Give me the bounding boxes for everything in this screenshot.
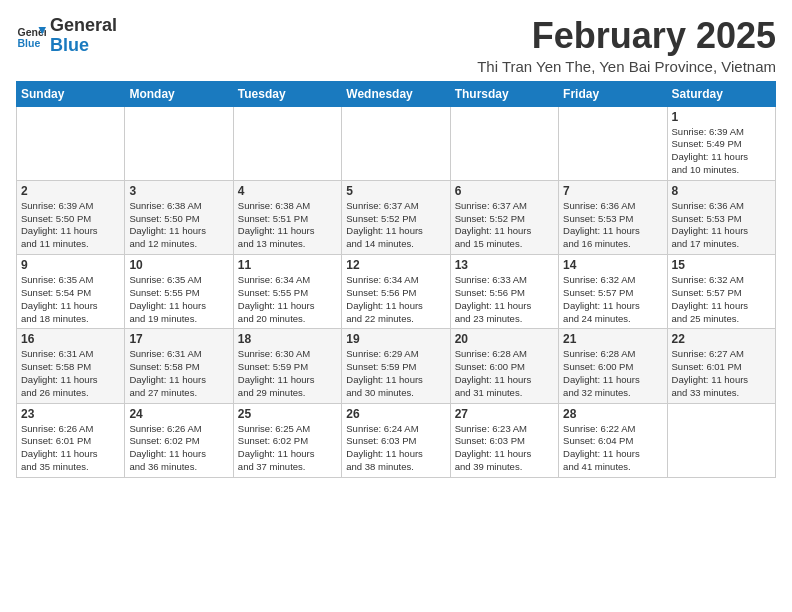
calendar-cell: 23Sunrise: 6:26 AM Sunset: 6:01 PM Dayli… [17, 403, 125, 477]
calendar-cell: 5Sunrise: 6:37 AM Sunset: 5:52 PM Daylig… [342, 180, 450, 254]
weekday-header-monday: Monday [125, 81, 233, 106]
calendar-cell: 16Sunrise: 6:31 AM Sunset: 5:58 PM Dayli… [17, 329, 125, 403]
day-info: Sunrise: 6:29 AM Sunset: 5:59 PM Dayligh… [346, 348, 445, 399]
calendar-cell: 8Sunrise: 6:36 AM Sunset: 5:53 PM Daylig… [667, 180, 775, 254]
day-info: Sunrise: 6:36 AM Sunset: 5:53 PM Dayligh… [672, 200, 771, 251]
calendar-cell: 12Sunrise: 6:34 AM Sunset: 5:56 PM Dayli… [342, 255, 450, 329]
day-number: 9 [21, 258, 120, 272]
logo-icon: General Blue [16, 21, 46, 51]
day-info: Sunrise: 6:32 AM Sunset: 5:57 PM Dayligh… [672, 274, 771, 325]
calendar-week-row: 16Sunrise: 6:31 AM Sunset: 5:58 PM Dayli… [17, 329, 776, 403]
day-number: 19 [346, 332, 445, 346]
day-number: 16 [21, 332, 120, 346]
calendar-cell: 21Sunrise: 6:28 AM Sunset: 6:00 PM Dayli… [559, 329, 667, 403]
title-block: February 2025 Thi Tran Yen The, Yen Bai … [477, 16, 776, 75]
day-info: Sunrise: 6:23 AM Sunset: 6:03 PM Dayligh… [455, 423, 554, 474]
day-info: Sunrise: 6:28 AM Sunset: 6:00 PM Dayligh… [563, 348, 662, 399]
weekday-header-wednesday: Wednesday [342, 81, 450, 106]
day-info: Sunrise: 6:31 AM Sunset: 5:58 PM Dayligh… [21, 348, 120, 399]
day-number: 6 [455, 184, 554, 198]
day-number: 4 [238, 184, 337, 198]
day-number: 23 [21, 407, 120, 421]
day-info: Sunrise: 6:30 AM Sunset: 5:59 PM Dayligh… [238, 348, 337, 399]
day-number: 18 [238, 332, 337, 346]
calendar-cell: 25Sunrise: 6:25 AM Sunset: 6:02 PM Dayli… [233, 403, 341, 477]
calendar-cell: 27Sunrise: 6:23 AM Sunset: 6:03 PM Dayli… [450, 403, 558, 477]
day-info: Sunrise: 6:24 AM Sunset: 6:03 PM Dayligh… [346, 423, 445, 474]
calendar-cell: 28Sunrise: 6:22 AM Sunset: 6:04 PM Dayli… [559, 403, 667, 477]
day-info: Sunrise: 6:37 AM Sunset: 5:52 PM Dayligh… [346, 200, 445, 251]
calendar-cell: 6Sunrise: 6:37 AM Sunset: 5:52 PM Daylig… [450, 180, 558, 254]
page-header: General Blue GeneralBlue February 2025 T… [16, 16, 776, 75]
day-number: 22 [672, 332, 771, 346]
day-info: Sunrise: 6:26 AM Sunset: 6:02 PM Dayligh… [129, 423, 228, 474]
calendar-cell: 1Sunrise: 6:39 AM Sunset: 5:49 PM Daylig… [667, 106, 775, 180]
calendar-cell: 13Sunrise: 6:33 AM Sunset: 5:56 PM Dayli… [450, 255, 558, 329]
logo: General Blue GeneralBlue [16, 16, 117, 56]
day-info: Sunrise: 6:31 AM Sunset: 5:58 PM Dayligh… [129, 348, 228, 399]
calendar-cell: 7Sunrise: 6:36 AM Sunset: 5:53 PM Daylig… [559, 180, 667, 254]
day-info: Sunrise: 6:34 AM Sunset: 5:55 PM Dayligh… [238, 274, 337, 325]
calendar-cell: 20Sunrise: 6:28 AM Sunset: 6:00 PM Dayli… [450, 329, 558, 403]
weekday-header-saturday: Saturday [667, 81, 775, 106]
calendar-cell: 2Sunrise: 6:39 AM Sunset: 5:50 PM Daylig… [17, 180, 125, 254]
day-number: 27 [455, 407, 554, 421]
day-info: Sunrise: 6:25 AM Sunset: 6:02 PM Dayligh… [238, 423, 337, 474]
day-info: Sunrise: 6:39 AM Sunset: 5:50 PM Dayligh… [21, 200, 120, 251]
day-number: 25 [238, 407, 337, 421]
calendar-week-row: 2Sunrise: 6:39 AM Sunset: 5:50 PM Daylig… [17, 180, 776, 254]
calendar-cell: 17Sunrise: 6:31 AM Sunset: 5:58 PM Dayli… [125, 329, 233, 403]
weekday-header-thursday: Thursday [450, 81, 558, 106]
calendar-week-row: 9Sunrise: 6:35 AM Sunset: 5:54 PM Daylig… [17, 255, 776, 329]
day-number: 24 [129, 407, 228, 421]
calendar-cell: 14Sunrise: 6:32 AM Sunset: 5:57 PM Dayli… [559, 255, 667, 329]
logo-text: GeneralBlue [50, 16, 117, 56]
day-number: 14 [563, 258, 662, 272]
calendar-cell: 19Sunrise: 6:29 AM Sunset: 5:59 PM Dayli… [342, 329, 450, 403]
calendar-cell [125, 106, 233, 180]
day-info: Sunrise: 6:32 AM Sunset: 5:57 PM Dayligh… [563, 274, 662, 325]
day-info: Sunrise: 6:38 AM Sunset: 5:50 PM Dayligh… [129, 200, 228, 251]
weekday-header-row: SundayMondayTuesdayWednesdayThursdayFrid… [17, 81, 776, 106]
day-number: 17 [129, 332, 228, 346]
calendar-cell: 9Sunrise: 6:35 AM Sunset: 5:54 PM Daylig… [17, 255, 125, 329]
day-info: Sunrise: 6:27 AM Sunset: 6:01 PM Dayligh… [672, 348, 771, 399]
day-info: Sunrise: 6:22 AM Sunset: 6:04 PM Dayligh… [563, 423, 662, 474]
day-number: 15 [672, 258, 771, 272]
calendar-week-row: 23Sunrise: 6:26 AM Sunset: 6:01 PM Dayli… [17, 403, 776, 477]
day-number: 3 [129, 184, 228, 198]
day-number: 8 [672, 184, 771, 198]
calendar-cell: 3Sunrise: 6:38 AM Sunset: 5:50 PM Daylig… [125, 180, 233, 254]
calendar-cell [233, 106, 341, 180]
calendar-cell [667, 403, 775, 477]
day-info: Sunrise: 6:36 AM Sunset: 5:53 PM Dayligh… [563, 200, 662, 251]
day-number: 2 [21, 184, 120, 198]
day-info: Sunrise: 6:26 AM Sunset: 6:01 PM Dayligh… [21, 423, 120, 474]
calendar-cell [450, 106, 558, 180]
day-info: Sunrise: 6:37 AM Sunset: 5:52 PM Dayligh… [455, 200, 554, 251]
calendar-table: SundayMondayTuesdayWednesdayThursdayFrid… [16, 81, 776, 478]
day-info: Sunrise: 6:34 AM Sunset: 5:56 PM Dayligh… [346, 274, 445, 325]
weekday-header-sunday: Sunday [17, 81, 125, 106]
day-info: Sunrise: 6:38 AM Sunset: 5:51 PM Dayligh… [238, 200, 337, 251]
day-number: 5 [346, 184, 445, 198]
calendar-cell: 15Sunrise: 6:32 AM Sunset: 5:57 PM Dayli… [667, 255, 775, 329]
month-title: February 2025 [477, 16, 776, 56]
calendar-cell [559, 106, 667, 180]
calendar-cell: 24Sunrise: 6:26 AM Sunset: 6:02 PM Dayli… [125, 403, 233, 477]
svg-text:Blue: Blue [18, 36, 41, 48]
day-number: 26 [346, 407, 445, 421]
day-number: 21 [563, 332, 662, 346]
day-info: Sunrise: 6:28 AM Sunset: 6:00 PM Dayligh… [455, 348, 554, 399]
day-number: 13 [455, 258, 554, 272]
day-number: 28 [563, 407, 662, 421]
day-number: 7 [563, 184, 662, 198]
day-number: 20 [455, 332, 554, 346]
calendar-cell: 26Sunrise: 6:24 AM Sunset: 6:03 PM Dayli… [342, 403, 450, 477]
day-info: Sunrise: 6:35 AM Sunset: 5:54 PM Dayligh… [21, 274, 120, 325]
location-subtitle: Thi Tran Yen The, Yen Bai Province, Viet… [477, 58, 776, 75]
day-number: 10 [129, 258, 228, 272]
calendar-cell [17, 106, 125, 180]
day-info: Sunrise: 6:35 AM Sunset: 5:55 PM Dayligh… [129, 274, 228, 325]
calendar-cell: 10Sunrise: 6:35 AM Sunset: 5:55 PM Dayli… [125, 255, 233, 329]
